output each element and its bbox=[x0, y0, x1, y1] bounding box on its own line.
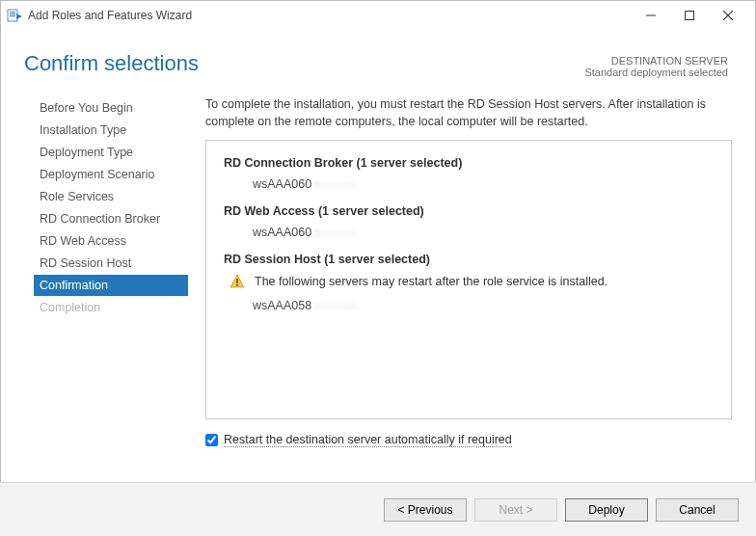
footer: < Previous Next > Deploy Cancel bbox=[0, 482, 756, 536]
step-deployment-type[interactable]: Deployment Type bbox=[34, 142, 188, 163]
restart-checkbox-label[interactable]: Restart the destination server automatic… bbox=[224, 433, 512, 447]
svg-rect-10 bbox=[236, 279, 238, 283]
next-button: Next > bbox=[474, 498, 557, 522]
step-before-you-begin[interactable]: Before You Begin bbox=[34, 97, 188, 119]
step-rd-connection-broker[interactable]: RD Connection Broker bbox=[34, 208, 188, 229]
step-rd-web-access[interactable]: RD Web Access bbox=[34, 230, 188, 252]
rd-connection-broker-head: RD Connection Broker (1 server selected) bbox=[224, 156, 714, 170]
restart-checkbox[interactable] bbox=[205, 434, 218, 446]
titlebar: Add Roles and Features Wizard bbox=[1, 1, 755, 30]
destination-server: DESTINATION SERVER Standard deployment s… bbox=[584, 55, 728, 78]
wizard-icon bbox=[7, 8, 22, 23]
svg-rect-6 bbox=[686, 12, 694, 20]
step-role-services[interactable]: Role Services bbox=[34, 186, 188, 207]
svg-marker-4 bbox=[16, 13, 22, 19]
warning-icon bbox=[230, 274, 245, 289]
minimize-button[interactable] bbox=[632, 2, 670, 29]
rd-web-access-server: wsAAA060············· bbox=[253, 226, 714, 239]
warning-text: The following servers may restart after … bbox=[255, 275, 608, 288]
window-controls bbox=[632, 2, 747, 29]
cancel-button[interactable]: Cancel bbox=[656, 498, 739, 522]
svg-rect-1 bbox=[10, 12, 15, 13]
step-rd-session-host[interactable]: RD Session Host bbox=[34, 253, 188, 274]
rd-web-access-head: RD Web Access (1 server selected) bbox=[224, 204, 714, 218]
step-confirmation[interactable]: Confirmation bbox=[34, 275, 188, 296]
window-title: Add Roles and Features Wizard bbox=[28, 9, 632, 22]
deploy-button[interactable]: Deploy bbox=[565, 498, 648, 522]
main-panel: To complete the installation, you must r… bbox=[188, 95, 732, 468]
step-deployment-scenario[interactable]: Deployment Scenario bbox=[34, 164, 188, 185]
maximize-button[interactable] bbox=[670, 2, 709, 29]
rd-session-host-server: wsAAA058············· bbox=[253, 299, 714, 312]
intro-text: To complete the installation, you must r… bbox=[205, 95, 732, 130]
rd-session-host-head: RD Session Host (1 server selected) bbox=[224, 253, 714, 266]
dest-value: Standard deployment selected bbox=[584, 67, 728, 78]
selections-panel: RD Connection Broker (1 server selected)… bbox=[205, 140, 732, 419]
wizard-steps: Before You Begin Installation Type Deplo… bbox=[34, 95, 188, 468]
svg-rect-2 bbox=[10, 13, 15, 14]
step-installation-type[interactable]: Installation Type bbox=[34, 120, 188, 141]
restart-warning: The following servers may restart after … bbox=[230, 274, 714, 289]
restart-checkbox-row: Restart the destination server automatic… bbox=[205, 433, 732, 447]
page-title: Confirm selections bbox=[24, 51, 584, 76]
previous-button[interactable]: < Previous bbox=[384, 498, 467, 522]
rd-connection-broker-server: wsAAA060············· bbox=[253, 177, 714, 191]
content: Before You Begin Installation Type Deplo… bbox=[1, 78, 755, 468]
svg-rect-11 bbox=[236, 284, 238, 286]
dest-label: DESTINATION SERVER bbox=[584, 55, 728, 67]
header: Confirm selections DESTINATION SERVER St… bbox=[1, 30, 755, 78]
close-button[interactable] bbox=[709, 2, 747, 29]
svg-rect-3 bbox=[10, 15, 15, 16]
step-completion: Completion bbox=[34, 297, 188, 318]
